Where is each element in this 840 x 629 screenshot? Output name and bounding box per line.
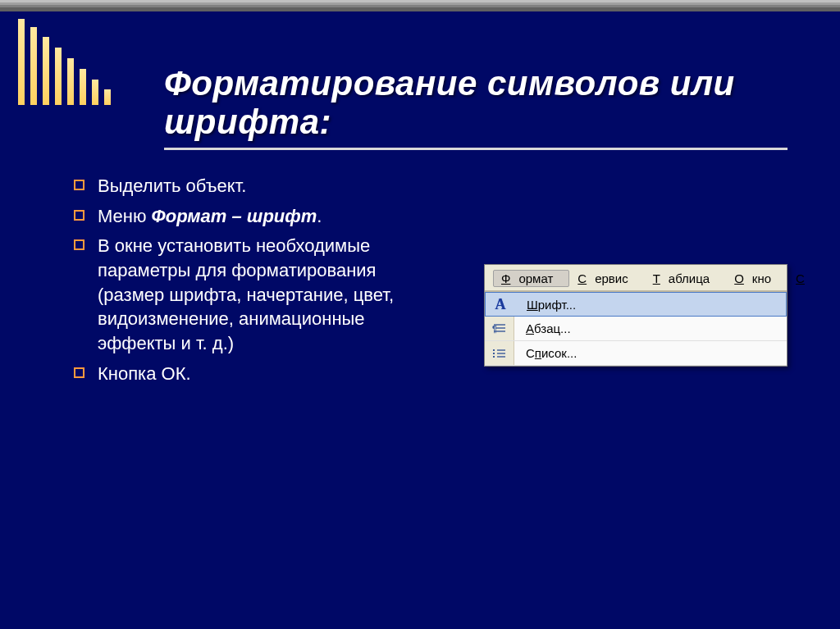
svg-rect-9 [493,356,495,358]
font-icon: A [486,293,515,316]
menu-format[interactable]: Формат [493,270,569,287]
list-item: Выделить объект. [74,174,418,198]
square-bullet-icon [74,180,84,190]
menu-window[interactable]: Окно [726,270,788,287]
paragraph-icon: ¶ [485,317,514,340]
bullet-text: В окне установить необходимые параметры … [98,234,418,355]
square-bullet-icon [74,239,84,250]
bullet-text: Меню Формат – шрифт. [98,204,418,229]
list-item: Кнопка ОК. [74,362,418,386]
svg-rect-8 [493,353,495,354]
format-dropdown: A Шрифт... ¶ Абзац... Список... [485,291,787,366]
bullet-text: Кнопка ОК. [98,362,418,386]
menubar: Формат Сервис Таблица Окно С [485,265,787,291]
menu-partial[interactable]: С [788,270,813,287]
menu-item-font[interactable]: A Шрифт... [485,292,787,317]
bullet-text: Выделить объект. [98,174,418,198]
menu-service[interactable]: Сервис [569,270,644,287]
list-item: В окне установить необходимые параметры … [74,234,418,355]
slide-title-block: Форматирование символов или шрифта: [164,64,788,150]
menu-item-paragraph[interactable]: ¶ Абзац... [485,317,787,341]
list-icon [485,341,514,365]
svg-rect-7 [493,349,495,351]
top-accent-bar [0,0,840,11]
word-menu-screenshot: Формат Сервис Таблица Окно С A Шрифт... … [484,264,788,367]
slide-title: Форматирование символов или шрифта: [164,64,788,141]
title-underline [164,148,788,150]
square-bullet-icon [74,210,84,221]
menu-item-list[interactable]: Список... [485,341,787,366]
bullet-list: Выделить объект. Меню Формат – шрифт. В … [74,174,418,392]
menu-table[interactable]: Таблица [645,270,727,287]
svg-text:¶: ¶ [492,325,497,334]
corner-decoration [18,15,111,105]
list-item: Меню Формат – шрифт. [74,204,418,229]
square-bullet-icon [74,367,84,378]
